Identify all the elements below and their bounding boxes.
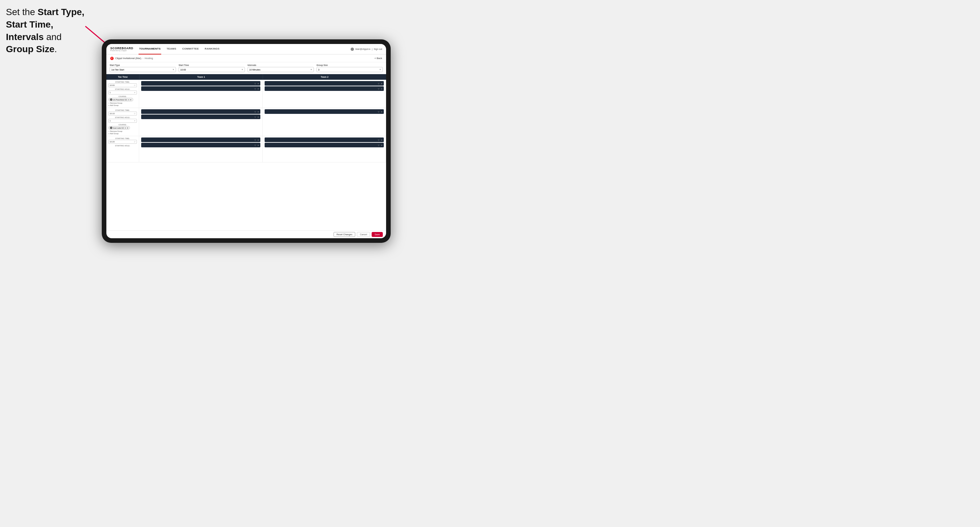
course-icon-1: G [110,98,112,101]
close-icon[interactable]: ✕ [258,139,259,141]
team1-col-1: ▽ ✕ ▽ ✕ [139,80,262,108]
course-name-2: East Lake GC [113,127,124,129]
instruction-bold-3: Intervals [6,32,44,42]
starting-time-input-1[interactable]: 10:00 ⏱ [108,83,137,87]
course-label-2: COURSE: [108,124,137,126]
user-email: blair@clippd.io [355,48,370,50]
tee-time-cell-2: STARTING TIME: 10:10 ⏱ STARTING HOLE: 1 … [107,108,139,136]
course-tag-2[interactable]: G East Lake GC ✕ ▼ [108,126,130,130]
starting-time-label-3: STARTING TIME: [108,138,137,140]
intervals-group: Intervals 10 Minutes ▼ [248,64,314,72]
start-type-group: Start Type 1st Tee Start ▼ [110,64,176,72]
start-type-label: Start Type [110,64,176,66]
instruction-bold-4: Group Size [6,44,54,54]
header-tee-time: Tee Time [107,74,139,80]
player-row: ▽ ✕ [141,81,260,86]
cancel-button[interactable]: Cancel [357,232,370,237]
expand-icon[interactable]: ▽ [378,87,380,90]
expand-icon[interactable]: ▽ [255,116,256,118]
table-row: STARTING TIME: 10:20 ⏱ STARTING HOLE: ▽ … [107,136,386,162]
clippd-logo-icon: C [110,57,114,60]
add-group-btn-2[interactable]: + Add Group [108,133,137,135]
starting-hole-label-2: STARTING HOLE: [108,116,137,119]
starting-time-label-1: STARTING TIME: [108,81,137,83]
player-row: ▽ ✕ [141,143,260,147]
course-tag-1[interactable]: G (A) Peachtree GC ✕ ▼ [108,98,133,102]
starting-time-label-2: STARTING TIME: [108,109,137,111]
minus-icon: ○ [108,102,109,104]
close-icon[interactable]: ✕ [258,83,259,85]
expand-icon[interactable]: ▽ [378,139,380,141]
player-row: ▽ ✕ [141,86,260,91]
player-row: ▽ ✕ [141,138,260,142]
team2-col-2: ▽ ✕ [262,108,386,136]
sign-out-link[interactable]: Sign out [374,48,382,50]
table-header: Tee Time Team 1 Team 2 [107,74,386,80]
expand-icon[interactable]: ▽ [255,111,256,113]
tee-time-cell-3: STARTING TIME: 10:20 ⏱ STARTING HOLE: [107,136,139,162]
expand-course-icon-1[interactable]: ▼ [130,99,132,101]
player-row: ▽ ✕ [265,138,384,142]
expand-icon[interactable]: ▽ [255,144,256,146]
back-button[interactable]: < Back [375,57,382,60]
app-logo: SCOREBOARD Powered by clippd [110,47,133,51]
player-row: ▽ ✕ [265,81,384,86]
intervals-label: Intervals [248,64,314,66]
course-label-1: COURSE: [108,95,137,97]
breadcrumb-tournament[interactable]: Clippd Invitational (Mar) [115,57,141,60]
breadcrumb-separator: › [143,57,143,59]
course-icon-2: G [110,127,112,129]
start-time-select[interactable]: 10:00 ▼ [178,67,245,72]
save-button[interactable]: Save [372,232,383,237]
tab-tournaments[interactable]: TOURNAMENTS [138,44,161,54]
group-size-select[interactable]: 3 ▼ [317,67,383,72]
expand-icon[interactable]: ▽ [378,144,380,146]
expand-icon[interactable]: ▽ [378,111,380,113]
intervals-value: 10 Minutes [249,68,260,71]
minus-icon: ○ [108,130,109,132]
close-icon[interactable]: ✕ [258,144,259,146]
player-row: ▽ ✕ [265,86,384,91]
remove-group-btn-2[interactable]: ○ Remove Group [108,130,137,132]
tab-rankings[interactable]: RANKINGS [204,44,220,54]
add-group-btn-1[interactable]: + Add Group [108,104,137,106]
starting-time-input-3[interactable]: 10:20 ⏱ [108,140,137,144]
close-icon[interactable]: ✕ [258,116,259,118]
starting-time-input-2[interactable]: 10:10 ⏱ [108,111,137,116]
player-row: ▽ ✕ [141,114,260,119]
group-size-label: Group Size [317,64,383,66]
tab-teams[interactable]: TEAMS [166,44,177,54]
starting-hole-input-2[interactable]: 1 ▼ [108,119,137,123]
team2-col-3: ▽ ✕ ▽ ✕ [262,136,386,162]
close-icon[interactable]: ✕ [258,87,259,90]
expand-icon[interactable]: ▽ [378,83,380,85]
starting-hole-input-1[interactable]: 1 ▼ [108,90,137,95]
expand-icon[interactable]: ▽ [255,83,256,85]
table-row: STARTING TIME: 10:00 ⏱ STARTING HOLE: 1 … [107,80,386,108]
reset-changes-button[interactable]: Reset Changes [334,232,355,237]
tee-time-cell-1: STARTING TIME: 10:00 ⏱ STARTING HOLE: 1 … [107,80,139,108]
start-type-select[interactable]: 1st Tee Start ▼ [110,67,176,72]
remove-course-icon-1[interactable]: ✕ [128,99,129,101]
intervals-select[interactable]: 10 Minutes ▼ [248,67,314,72]
close-icon[interactable]: ✕ [381,111,382,113]
tablet-frame: SCOREBOARD Powered by clippd TOURNAMENTS… [102,40,391,243]
nav-separator: | [372,48,372,50]
expand-icon[interactable]: ▽ [255,87,256,90]
start-time-group: Start Time 10:00 ▼ [178,64,245,72]
expand-course-icon-2[interactable]: ▼ [127,127,128,129]
instruction-bold-2: Start Time, [6,19,53,30]
expand-icon[interactable]: ▽ [255,139,256,141]
chevron-down-icon: ▼ [379,68,381,71]
remove-group-btn-1[interactable]: ○ Remove Group [108,102,137,104]
tab-committee[interactable]: COMMITTEE [181,44,200,54]
close-icon[interactable]: ✕ [258,111,259,113]
breadcrumb-section: Hosting [145,57,153,60]
start-time-label: Start Time [178,64,245,66]
close-icon[interactable]: ✕ [381,144,382,146]
remove-course-icon-2[interactable]: ✕ [125,127,126,129]
close-icon[interactable]: ✕ [381,83,382,85]
close-icon[interactable]: ✕ [381,139,382,141]
footer-bar: Reset Changes Cancel Save [107,230,386,238]
close-icon[interactable]: ✕ [381,87,382,90]
